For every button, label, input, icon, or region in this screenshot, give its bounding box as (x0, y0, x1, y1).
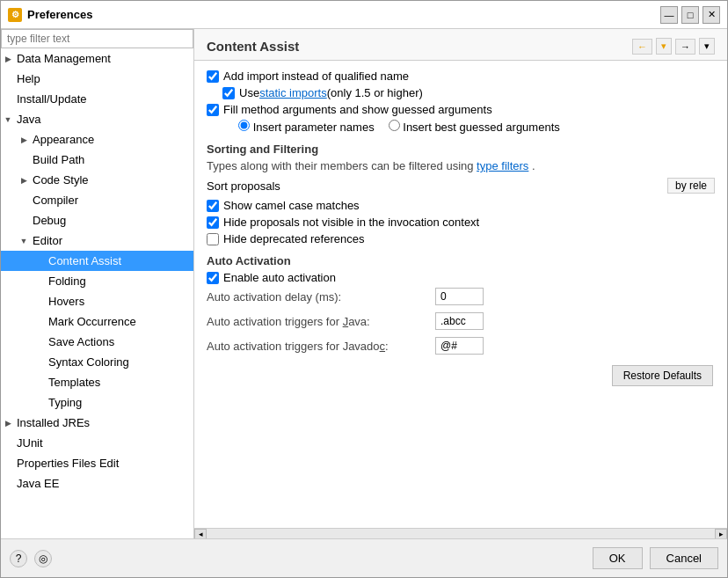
sidebar-tree: ▶ Data Management Help Install/Update (1, 48, 193, 538)
sidebar-item-debug[interactable]: Debug (1, 210, 193, 230)
triggers-javadoc-row: Auto activation triggers for Javadoc: (207, 337, 715, 355)
sidebar-item-properties-files-edit[interactable]: Properties Files Edit (1, 453, 193, 473)
use-static-imports-option: Use static imports (only 1.5 or higher) (207, 86, 715, 99)
app-icon: ⚙ (8, 8, 22, 22)
fill-method-args-checkbox[interactable] (207, 104, 219, 116)
filter-input[interactable] (1, 29, 193, 48)
horizontal-scrollbar[interactable]: ◂ ▸ (194, 528, 727, 538)
content-scrollable: Add import instead of qualified name Use… (194, 61, 727, 528)
sort-proposals-row: Sort proposals by rele (207, 178, 715, 194)
window-controls: — □ ✕ (660, 6, 720, 24)
triggers-java-row: Auto activation triggers for Java: (207, 312, 715, 330)
enable-auto-activation-checkbox[interactable] (207, 272, 219, 284)
back-dropdown-button[interactable]: ▾ (656, 38, 672, 55)
sorting-section-title: Sorting and Filtering (207, 143, 715, 156)
scroll-left-button[interactable]: ◂ (194, 529, 207, 539)
delay-label: Auto activation delay (ms): (207, 290, 435, 304)
auto-activation-title: Auto Activation (207, 254, 715, 267)
scroll-track[interactable] (207, 529, 715, 539)
use-static-label: Use (239, 86, 259, 99)
sort-proposals-button[interactable]: by rele (667, 178, 715, 194)
sidebar-item-save-actions[interactable]: Save Actions (1, 332, 193, 352)
expand-icon: ▶ (17, 135, 31, 144)
sidebar-item-templates[interactable]: Templates (1, 372, 193, 392)
sidebar-item-editor[interactable]: ▼ Editor (1, 230, 193, 251)
sidebar-item-installed-jres[interactable]: ▶ Installed JREs (1, 413, 193, 433)
show-camel-checkbox[interactable] (207, 200, 219, 212)
forward-button[interactable]: → (675, 39, 695, 55)
delay-row: Auto activation delay (ms): (207, 288, 715, 305)
expand-icon: ▶ (1, 55, 15, 63)
sort-proposals-label: Sort proposals (207, 179, 280, 193)
preferences-dialog: ⚙ Preferences — □ ✕ ▶ Data Management (0, 0, 728, 578)
back-button[interactable]: ← (632, 39, 652, 55)
fill-method-args-option: Fill method arguments and show guessed a… (207, 103, 715, 116)
hide-not-visible-option: Hide proposals not visible in the invoca… (207, 216, 715, 229)
sidebar-item-typing[interactable]: Typing (1, 392, 193, 413)
delay-input[interactable] (435, 288, 484, 305)
sidebar-item-content-assist[interactable]: Content Assist (1, 251, 193, 271)
sidebar-item-mark-occurrence[interactable]: Mark Occurrence (1, 311, 193, 332)
triggers-java-label: Auto activation triggers for Java: (207, 315, 435, 328)
insert-param-names-label: Insert parameter names (253, 121, 375, 134)
sidebar-item-junit[interactable]: JUnit (1, 433, 193, 453)
add-import-label: Add import instead of qualified name (223, 70, 409, 83)
sidebar-item-folding[interactable]: Folding (1, 271, 193, 291)
insert-best-guessed-radio[interactable] (389, 120, 400, 131)
sidebar: ▶ Data Management Help Install/Update (1, 29, 194, 538)
insert-param-names-radio[interactable] (238, 120, 250, 131)
hide-deprecated-label: Hide deprecated references (223, 232, 364, 245)
forward-dropdown-button[interactable]: ▾ (699, 38, 715, 55)
preferences-icon[interactable]: ◎ (34, 550, 52, 567)
footer-right: OK Cancel (593, 547, 718, 569)
fill-method-args-label: Fill method arguments and show guessed a… (223, 103, 492, 116)
triggers-javadoc-input[interactable] (435, 337, 484, 355)
title-bar: ⚙ Preferences — □ ✕ (1, 1, 727, 29)
sidebar-item-build-path[interactable]: Build Path (1, 150, 193, 170)
hide-deprecated-option: Hide deprecated references (207, 232, 715, 245)
insert-radio-group: Insert parameter names Insert best guess… (238, 120, 715, 134)
show-camel-option: Show camel case matches (207, 199, 715, 212)
sidebar-item-appearance[interactable]: ▶ Appearance (1, 129, 193, 150)
triggers-java-input[interactable] (435, 312, 484, 330)
content-panel: Content Assist ← ▾ → ▾ Add import instea… (194, 29, 727, 538)
cancel-button[interactable]: Cancel (650, 547, 718, 569)
hide-not-visible-label: Hide proposals not visible in the invoca… (223, 216, 479, 229)
expand-icon: ▼ (1, 115, 15, 124)
sorting-desc: Types along with their members can be fi… (207, 159, 715, 172)
triggers-javadoc-label: Auto activation triggers for Javadoc: (207, 340, 435, 353)
sidebar-item-data-management[interactable]: ▶ Data Management (1, 48, 193, 69)
sidebar-item-java[interactable]: ▼ Java (1, 109, 193, 129)
insert-best-guessed-label: Insert best guessed arguments (403, 121, 560, 134)
expand-icon: ▶ (1, 419, 15, 428)
add-import-checkbox[interactable] (207, 70, 219, 83)
sidebar-item-syntax-coloring[interactable]: Syntax Coloring (1, 352, 193, 372)
sidebar-item-java-ee[interactable]: Java EE (1, 473, 193, 494)
sidebar-item-install-update[interactable]: Install/Update (1, 89, 193, 109)
main-content: ▶ Data Management Help Install/Update (1, 29, 727, 538)
sidebar-item-hovers[interactable]: Hovers (1, 291, 193, 311)
restore-defaults-button[interactable]: Restore Defaults (612, 365, 713, 386)
hide-not-visible-checkbox[interactable] (207, 216, 219, 229)
maximize-button[interactable]: □ (681, 6, 699, 24)
panel-title: Content Assist (207, 39, 299, 54)
minimize-button[interactable]: — (660, 6, 678, 24)
footer-left: ? ◎ (10, 550, 52, 567)
static-imports-link[interactable]: static imports (259, 86, 327, 99)
help-button[interactable]: ? (10, 550, 27, 567)
show-camel-label: Show camel case matches (223, 199, 360, 212)
add-import-option: Add import instead of qualified name (207, 70, 715, 83)
scroll-right-button[interactable]: ▸ (715, 529, 727, 539)
sidebar-item-help[interactable]: Help (1, 69, 193, 89)
use-static-imports-checkbox[interactable] (222, 87, 235, 99)
expand-icon: ▶ (17, 176, 31, 185)
ok-button[interactable]: OK (593, 547, 643, 569)
footer: ? ◎ OK Cancel (1, 538, 727, 577)
type-filters-link[interactable]: type filters (477, 159, 528, 172)
close-button[interactable]: ✕ (703, 6, 720, 24)
hide-deprecated-checkbox[interactable] (207, 233, 219, 245)
sidebar-item-compiler[interactable]: Compiler (1, 190, 193, 210)
expand-icon: ▼ (17, 237, 31, 245)
restore-row: Restore Defaults (207, 362, 715, 390)
sidebar-item-code-style[interactable]: ▶ Code Style (1, 170, 193, 190)
